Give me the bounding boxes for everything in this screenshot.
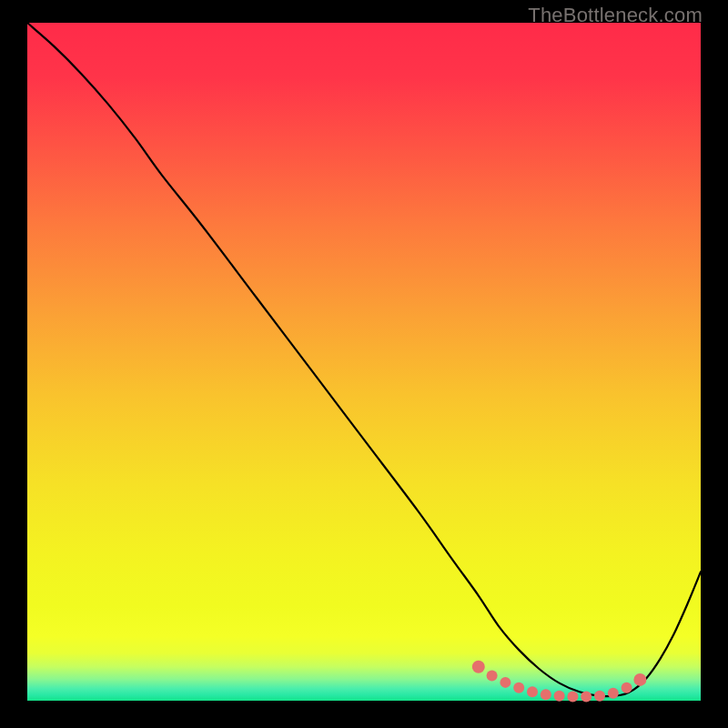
highlight-dot (567, 692, 578, 703)
highlight-dot (622, 682, 632, 693)
highlight-dot (554, 691, 565, 702)
watermark-text: TheBottleneck.com (528, 4, 703, 27)
plot-svg (27, 23, 701, 701)
main-curve (27, 23, 701, 696)
highlight-dot (513, 682, 524, 693)
highlight-dot (472, 661, 485, 673)
highlight-dot (608, 688, 619, 699)
highlight-dot (541, 689, 551, 700)
highlight-dot (527, 686, 538, 697)
highlight-dot (500, 677, 511, 688)
highlight-dot (581, 692, 592, 703)
highlight-dot (633, 673, 646, 686)
highlight-dot (594, 691, 605, 702)
plot-frame (27, 23, 701, 701)
highlight-dot (487, 670, 498, 681)
